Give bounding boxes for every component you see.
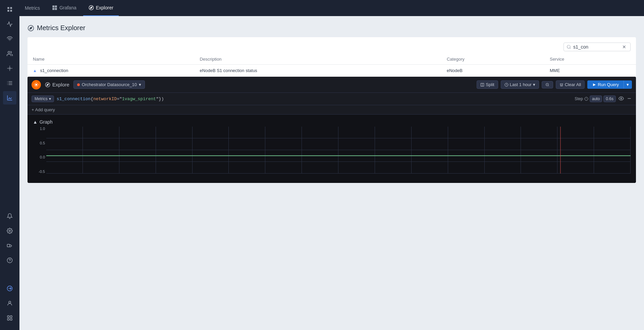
svg-rect-9 [10, 319, 12, 320]
run-query-dropdown-button[interactable]: ▾ [624, 80, 632, 89]
time-picker-button[interactable]: Last 1 hour ▾ [501, 80, 539, 89]
grafana-logo [32, 80, 41, 89]
sidebar-item-list[interactable] [3, 76, 16, 90]
app-title: Metrics [25, 5, 40, 11]
search-input[interactable] [573, 44, 620, 50]
search-icon [567, 45, 571, 49]
sidebar-item-wifi[interactable] [3, 32, 16, 46]
svg-point-1 [9, 230, 11, 232]
grafana-toolbar: Split Last 1 hour ▾ Clear All [477, 80, 632, 89]
datasource-chevron: ▾ [139, 82, 141, 87]
explore-label: Explore [45, 82, 69, 87]
svg-point-0 [9, 68, 11, 69]
explore-text: Explore [52, 82, 69, 87]
sidebar-item-metrics[interactable] [3, 91, 16, 105]
page-content: Metrics Explorer ✕ Name Description Cate… [19, 16, 644, 330]
search-box: ✕ [564, 43, 631, 51]
svg-point-27 [621, 98, 622, 99]
sidebar-item-users[interactable] [3, 47, 16, 60]
sidebar-item-apps-grid[interactable] [3, 311, 16, 325]
tab-grafana[interactable]: Grafana [47, 0, 82, 16]
row-name-cell: ▲ s1_connection [28, 65, 195, 77]
top-nav: Metrics Grafana Explorer [19, 0, 644, 16]
query-remove-button[interactable] [627, 96, 632, 102]
step-label: Step [575, 96, 583, 101]
search-area: ✕ [28, 37, 636, 54]
query-row: Metrics ▾ s1_connection{networkID="1vagw… [28, 93, 636, 105]
datasource-name: Orchestrator Datasource_10 [82, 82, 137, 87]
query-func-name: s1_connection [57, 96, 91, 102]
graph-collapse-icon[interactable]: ▲ [33, 119, 38, 125]
col-description: Description [195, 54, 441, 65]
clear-all-button[interactable]: Clear All [556, 80, 585, 89]
svg-point-5 [9, 301, 11, 303]
step-info-icon [584, 97, 588, 101]
query-visibility-toggle[interactable] [619, 96, 624, 102]
y-label-0: 1.0 [34, 127, 45, 131]
split-label: Split [486, 82, 494, 87]
tab-explorer[interactable]: Explorer [83, 0, 119, 16]
col-service: Service [544, 54, 636, 65]
step-numeric-value: 0.6s [603, 95, 616, 102]
sidebar-item-plugin[interactable] [3, 239, 16, 252]
time-label: Last 1 hour [510, 82, 532, 87]
tab-explorer-label: Explorer [96, 5, 113, 10]
col-name: Name [28, 54, 195, 65]
svg-point-17 [35, 84, 37, 85]
y-label-3: -0.5 [34, 170, 45, 174]
query-label-name: networkID [93, 96, 117, 102]
sidebar [0, 0, 19, 330]
row-service-cell: MME [544, 65, 636, 77]
svg-rect-2 [7, 244, 10, 247]
sidebar-item-location[interactable] [3, 62, 16, 75]
row-expand-button[interactable]: ▲ [33, 68, 37, 73]
sidebar-item-settings[interactable] [3, 224, 16, 238]
chart-svg [46, 127, 631, 174]
page-title: Metrics Explorer [37, 24, 85, 32]
table-row: ▲ s1_connection eNodeB S1 connection sta… [28, 65, 636, 77]
sidebar-item-exchange[interactable] [3, 282, 16, 295]
page-header: Metrics Explorer [28, 24, 636, 32]
y-axis: 1.0 0.5 0.0 -0.5 [33, 127, 46, 174]
grafana-topbar: Explore Orchestrator Datasource_10 ▾ Spl… [28, 77, 636, 93]
grafana-embed: Explore Orchestrator Datasource_10 ▾ Spl… [28, 77, 636, 183]
query-label-value: 1vagw_spirent [122, 96, 156, 102]
row-category-cell: eNodeB [441, 65, 544, 77]
col-category: Category [441, 54, 544, 65]
step-area: Step auto 0.6s [575, 95, 616, 102]
zoom-button[interactable] [542, 81, 553, 88]
query-type-chevron: ▾ [49, 96, 51, 101]
svg-rect-10 [52, 5, 54, 7]
datasource-selector[interactable]: Orchestrator Datasource_10 ▾ [73, 80, 145, 89]
datasource-status-dot [77, 83, 80, 86]
split-button[interactable]: Split [477, 80, 498, 89]
svg-rect-8 [7, 319, 9, 320]
svg-rect-11 [55, 5, 57, 7]
row-name-value: s1_connection [40, 68, 68, 73]
sidebar-item-grid[interactable] [3, 3, 16, 16]
graph-section: ▲ Graph 1.0 0.5 0.0 -0.5 [28, 115, 636, 183]
svg-rect-12 [52, 8, 54, 10]
main-area: Metrics Grafana Explorer Metrics Explore… [19, 0, 644, 330]
run-query-button[interactable]: Run Query [587, 80, 624, 89]
svg-point-16 [567, 45, 570, 48]
add-query-button[interactable]: + Add query [32, 107, 632, 112]
y-label-1: 0.5 [34, 141, 45, 145]
graph-label: Graph [40, 119, 53, 125]
run-query-label: Run Query [598, 82, 619, 87]
svg-rect-6 [7, 316, 9, 317]
graph-header: ▲ Graph [28, 117, 636, 127]
y-label-2: 0.0 [34, 155, 45, 159]
sidebar-item-alerts[interactable] [3, 209, 16, 223]
clear-all-label: Clear All [565, 82, 581, 87]
query-expression[interactable]: s1_connection{networkID="1vagw_spirent"}… [57, 96, 572, 102]
query-open-brace: { [91, 96, 93, 102]
metrics-panel: ✕ Name Description Category Service [28, 37, 636, 183]
sidebar-item-user-profile[interactable] [3, 296, 16, 310]
sidebar-item-activity[interactable] [3, 17, 16, 31]
query-type-selector[interactable]: Metrics ▾ [32, 95, 54, 102]
graph-chart: 1.0 0.5 0.0 -0.5 [33, 127, 631, 180]
add-query-row: + Add query [28, 105, 636, 115]
sidebar-item-help[interactable] [3, 254, 16, 267]
search-clear-button[interactable]: ✕ [622, 44, 626, 50]
